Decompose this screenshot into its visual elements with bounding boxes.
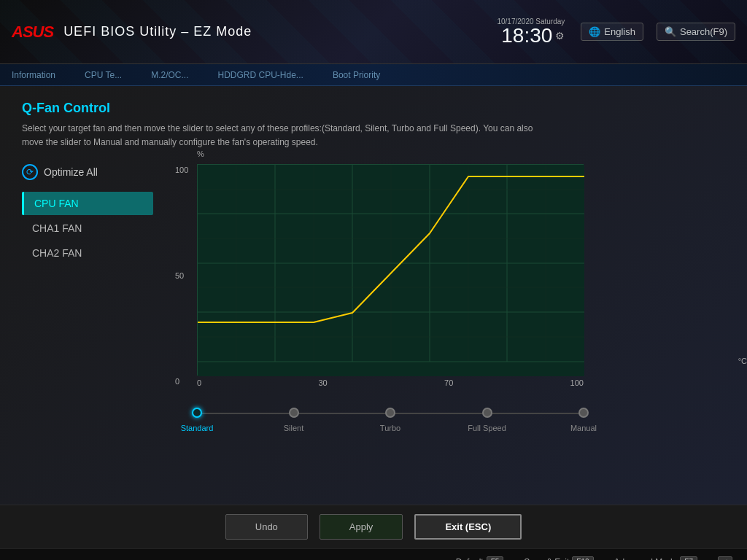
y-mid-label: 50 [175, 271, 188, 280]
search-button[interactable]: 🔍 Search(F9) [657, 23, 735, 41]
default-key: F5 [487, 556, 504, 560]
content-area: ⟳ Optimize All CPU FAN CHA1 FAN CHA2 FAN… [22, 164, 725, 444]
profile-dot-turbo[interactable] [385, 408, 395, 418]
time-display: 18:30 ⚙ [501, 26, 565, 46]
settings-icon[interactable]: ⚙ [555, 31, 565, 41]
optimize-all-label: Optimize All [44, 166, 98, 178]
chart-celsius-label: °C [738, 357, 747, 365]
nav-item-cpu[interactable]: CPU Te... [85, 70, 122, 80]
header: ASUS UEFI BIOS Utility – EZ Mode 10/17/2… [0, 0, 747, 64]
profile-label-full-speed: Full Speed [468, 424, 506, 432]
profile-label-manual: Manual [570, 424, 597, 432]
language-button[interactable]: 🌐 English [581, 23, 643, 41]
x-label-70: 70 [444, 378, 453, 387]
save-exit-button[interactable]: Save & Exit F10 [524, 556, 593, 560]
x-label-30: 30 [318, 378, 327, 387]
chart-y-axis: 100 50 0 [175, 164, 188, 387]
asus-logo: ASUS [12, 23, 53, 42]
nav-item-hdd[interactable]: HDDGRD CPU-Hde... [218, 70, 303, 80]
nav-item-m2[interactable]: M.2/OC... [151, 70, 188, 80]
undo-button[interactable]: Undo [225, 514, 308, 540]
optimize-all-button[interactable]: ⟳ Optimize All [22, 164, 153, 180]
profile-label-silent: Silent [284, 424, 304, 432]
chart-container: 100 50 0 % [168, 164, 725, 444]
section-title: Q-Fan Control [22, 101, 725, 116]
chart-x-axis: 0 30 70 100 [197, 376, 584, 387]
default-label: Default [456, 557, 484, 561]
save-exit-key: F10 [572, 556, 593, 560]
globe-icon: 🌐 [589, 26, 600, 37]
apply-button[interactable]: Apply [320, 514, 403, 540]
profile-slider[interactable]: StandardSilentTurboFull SpeedManual [197, 408, 584, 444]
profile-dot-standard[interactable] [192, 408, 202, 418]
bios-title: UEFI BIOS Utility – EZ Mode [63, 24, 497, 39]
exit-button[interactable]: Exit (ESC) [414, 514, 522, 540]
search-icon: 🔍 [665, 26, 676, 37]
header-right: 10/17/2020 Saturday 18:30 ⚙ 🌐 English 🔍 … [497, 18, 735, 46]
navbar: Information CPU Te... M.2/OC... HDDGRD C… [0, 64, 747, 86]
search-label: Search(F9) [680, 26, 727, 37]
advanced-mode-button[interactable]: Advanced Mode F7 [614, 556, 697, 560]
enter-button[interactable]: ↵ [718, 556, 732, 560]
profile-dot-manual[interactable] [578, 408, 589, 418]
chart-outer: 100 50 0 % [197, 164, 725, 387]
chart-percent-label: % [197, 149, 204, 158]
fan-item-cha2[interactable]: CHA2 FAN [22, 241, 153, 265]
language-label: English [604, 26, 635, 37]
nav-item-information[interactable]: Information [12, 70, 55, 80]
enter-key: ↵ [718, 556, 732, 560]
bottom-bar: Default F5 Save & Exit F10 Advanced Mode… [0, 548, 747, 560]
fan-item-cpu[interactable]: CPU FAN [22, 192, 153, 215]
nav-item-boot[interactable]: Boot Priority [333, 70, 380, 80]
optimize-icon: ⟳ [22, 164, 38, 180]
datetime: 10/17/2020 Saturday 18:30 ⚙ [497, 18, 565, 46]
profile-dot-silent[interactable] [289, 408, 299, 418]
x-label-0: 0 [197, 378, 201, 387]
fan-item-cha1[interactable]: CHA1 FAN [22, 217, 153, 240]
default-button[interactable]: Default F5 [456, 556, 504, 560]
main-content: Q-Fan Control Select your target fan and… [0, 86, 747, 505]
save-exit-label: Save & Exit [524, 557, 569, 561]
profile-dot-full-speed[interactable] [482, 408, 492, 418]
action-buttons: Undo Apply Exit (ESC) [0, 505, 747, 548]
y-max-label: 100 [175, 166, 188, 174]
profile-label-standard: Standard [181, 424, 214, 432]
advanced-label: Advanced Mode [614, 557, 678, 561]
profile-label-turbo: Turbo [380, 424, 400, 432]
y-min-label: 0 [175, 377, 188, 386]
section-description: Select your target fan and then move the… [22, 122, 547, 149]
fan-list: CPU FAN CHA1 FAN CHA2 FAN [22, 192, 153, 265]
x-label-100: 100 [570, 378, 584, 387]
fan-chart [197, 164, 584, 376]
advanced-key: F7 [680, 556, 697, 560]
left-panel: ⟳ Optimize All CPU FAN CHA1 FAN CHA2 FAN [22, 164, 153, 265]
